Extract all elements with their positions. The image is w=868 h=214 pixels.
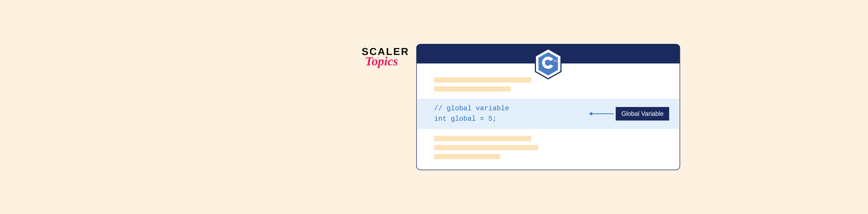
code-placeholder-line <box>434 86 510 92</box>
diagram-container: SCALER Topics + + // global variable int… <box>362 44 680 170</box>
svg-text:+: + <box>554 59 556 63</box>
code-snippet: // global variable int global = 5; <box>434 103 509 124</box>
arrow-head-icon <box>589 112 592 115</box>
code-declaration: int global = 5; <box>434 115 497 123</box>
svg-text:+: + <box>556 59 558 63</box>
code-placeholder-line <box>434 77 531 82</box>
cpp-language-badge: + + <box>534 48 562 79</box>
code-placeholder-line <box>434 154 500 159</box>
global-variable-label: Global Variable <box>616 107 669 120</box>
arrow-pointer <box>589 113 614 114</box>
scaler-topics-logo: SCALER Topics <box>362 46 409 69</box>
code-comment: // global variable <box>434 105 509 112</box>
hexagon-icon: + + <box>534 48 562 79</box>
code-placeholder-line <box>434 136 531 141</box>
code-window: + + // global variable int global = 5; G… <box>416 44 680 170</box>
highlighted-code-section: // global variable int global = 5; Globa… <box>417 99 680 129</box>
code-placeholder-line <box>434 145 538 150</box>
